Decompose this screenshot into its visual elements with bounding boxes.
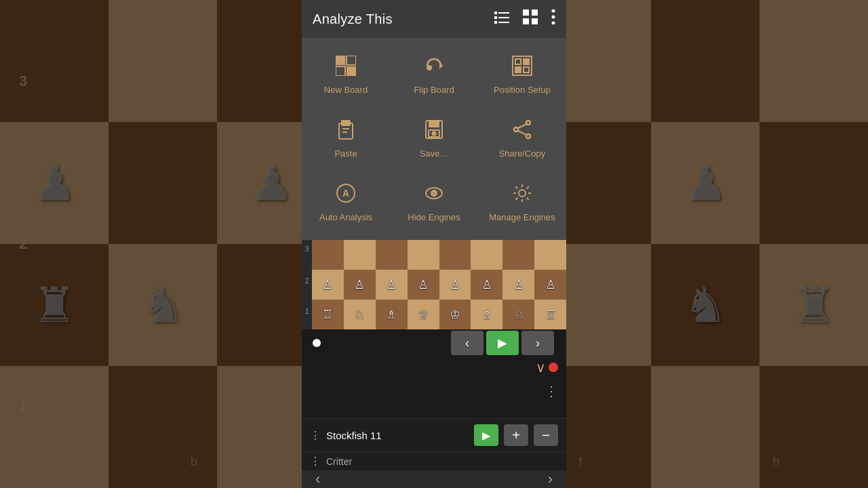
share-copy-label: Share/Copy	[499, 148, 546, 159]
share-copy-button[interactable]: Share/Copy	[478, 107, 566, 171]
svg-rect-15	[336, 66, 345, 76]
chevron-down-icon[interactable]: ∨	[536, 359, 546, 375]
board-cell: ♔	[439, 300, 471, 329]
more-icon[interactable]	[551, 9, 555, 28]
move-list-area: ⋮	[302, 378, 566, 418]
next-icon: ›	[536, 336, 540, 350]
engine-section: ⋮ Stockfish 11 ▶ + − ⋮ Critter	[302, 418, 566, 470]
board-cell: ♙	[344, 270, 376, 300]
engine-2-drag-icon: ⋮	[310, 455, 321, 468]
position-dot	[313, 339, 321, 347]
white-queen: ♕	[418, 308, 429, 321]
rank-3-label: 3	[305, 245, 309, 253]
share-copy-icon	[512, 119, 532, 143]
board-cell: ♘	[344, 300, 376, 329]
red-indicator	[549, 363, 558, 372]
svg-rect-2	[494, 16, 497, 19]
hide-engines-label: Hide Engines	[408, 212, 460, 222]
manage-engines-button[interactable]: Manage Engines	[478, 171, 566, 235]
svg-point-10	[552, 9, 555, 13]
svg-point-41	[433, 192, 435, 195]
svg-point-42	[519, 190, 526, 197]
grid-icon[interactable]	[523, 9, 538, 28]
engine-1-minus-button[interactable]: −	[534, 424, 558, 446]
board-cell	[471, 240, 502, 270]
svg-point-18	[427, 65, 432, 70]
white-knight: ♘	[513, 308, 524, 321]
board-cell	[376, 240, 408, 270]
new-board-button[interactable]: New Board	[302, 43, 390, 107]
board-section: 3 2 1 ♙	[302, 240, 566, 488]
board-cell: ♗	[376, 300, 408, 329]
svg-rect-0	[494, 12, 497, 14]
move-list-more-icon[interactable]: ⋮	[545, 383, 558, 399]
hide-engines-button[interactable]: Hide Engines	[390, 171, 478, 235]
play-button[interactable]: ▶	[486, 331, 519, 355]
rank-1-label: 1	[305, 308, 309, 315]
list-icon[interactable]	[494, 10, 509, 28]
white-rook: ♖	[322, 308, 333, 321]
hide-engines-icon	[424, 183, 444, 207]
board-cell: ♙	[312, 270, 344, 300]
board-cell: ♕	[408, 300, 439, 329]
engine-2-name: Critter	[326, 456, 558, 467]
svg-point-11	[552, 16, 555, 19]
auto-analysis-label: Auto Analysis	[319, 212, 372, 222]
svg-text:A: A	[342, 188, 349, 199]
auto-analysis-button[interactable]: A Auto Analysis	[302, 171, 390, 235]
save-icon	[425, 119, 443, 143]
svg-point-33	[514, 127, 518, 131]
board-cell: ♖	[534, 300, 566, 329]
paste-button[interactable]: Paste	[302, 107, 390, 171]
next-button[interactable]: ›	[521, 331, 554, 355]
board-cell	[534, 240, 566, 270]
engine-1-drag-icon: ⋮	[310, 429, 321, 442]
play-icon: ▶	[498, 336, 507, 350]
manage-engines-label: Manage Engines	[489, 212, 555, 222]
svg-point-31	[433, 132, 436, 136]
svg-rect-25	[342, 121, 350, 125]
svg-rect-8	[523, 18, 529, 24]
white-rook: ♖	[545, 308, 556, 321]
bottom-next-arrow[interactable]: ›	[548, 470, 553, 488]
position-setup-icon	[512, 56, 532, 79]
save-label: Save…	[420, 148, 449, 159]
bottom-nav: ‹ ›	[302, 470, 566, 488]
svg-rect-6	[523, 9, 529, 16]
main-panel: Analyze This	[302, 0, 566, 488]
save-button[interactable]: Save…	[390, 107, 478, 171]
board-cell	[408, 240, 439, 270]
svg-rect-13	[336, 56, 345, 65]
new-board-icon	[336, 56, 356, 79]
svg-rect-5	[498, 22, 509, 23]
engine-1-plus-button[interactable]: +	[504, 424, 528, 446]
svg-rect-29	[429, 121, 439, 127]
white-knight: ♘	[354, 308, 365, 321]
flip-board-button[interactable]: Flip Board	[390, 43, 478, 107]
white-pawn: ♙	[513, 279, 524, 291]
engine-1-play-button[interactable]: ▶	[474, 424, 498, 446]
chess-board[interactable]: ♙ ♙ ♙ ♙ ♙ ♙ ♙ ♙ ♖ ♘ ♗ ♕ ♔ ♗ ♘	[312, 240, 566, 329]
board-cell: ♙	[439, 270, 471, 300]
bottom-prev-arrow[interactable]: ‹	[315, 470, 320, 488]
white-bishop: ♗	[481, 308, 492, 321]
svg-rect-3	[498, 17, 509, 18]
svg-rect-14	[347, 56, 356, 65]
nav-controls: ‹ ▶ ›	[302, 329, 566, 357]
app-header: Analyze This	[302, 0, 566, 38]
white-king: ♔	[450, 308, 460, 321]
flip-board-label: Flip Board	[414, 85, 454, 95]
white-pawn: ♙	[545, 279, 556, 291]
board-cell	[502, 240, 534, 270]
header-icons	[494, 9, 555, 28]
flip-board-icon	[424, 56, 444, 79]
position-setup-button[interactable]: Position Setup	[478, 43, 566, 107]
svg-line-36	[518, 131, 526, 135]
board-cell: ♙	[502, 270, 534, 300]
rank-2-label: 2	[305, 277, 309, 285]
board-cell: ♙	[408, 270, 439, 300]
app-title: Analyze This	[313, 12, 393, 27]
left-overlay	[0, 0, 302, 488]
prev-button[interactable]: ‹	[451, 331, 484, 355]
svg-rect-23	[524, 67, 529, 73]
